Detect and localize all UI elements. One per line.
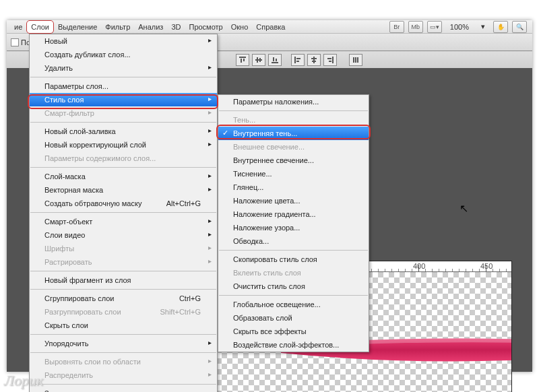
svg-rect-14 xyxy=(312,61,316,62)
layers-menu-item[interactable]: Параметры слоя... xyxy=(30,79,217,93)
svg-rect-16 xyxy=(327,58,331,59)
layer-style-submenu: Параметры наложения...Тень...Внутренняя … xyxy=(218,94,369,352)
layers-menu-item[interactable]: Смарт-объект xyxy=(30,215,217,228)
layers-menu-item[interactable]: Удалить xyxy=(30,61,217,75)
svg-rect-3 xyxy=(255,59,262,61)
menu-help[interactable]: Справка xyxy=(252,21,289,33)
svg-rect-19 xyxy=(355,57,356,63)
layer-style-item[interactable]: Тиснение... xyxy=(218,167,369,181)
svg-rect-6 xyxy=(272,62,278,63)
layers-menu-item[interactable]: Упорядочить xyxy=(30,337,217,350)
layers-menu-item[interactable]: Слои видео xyxy=(30,228,217,242)
layer-style-item[interactable]: Наложение цвета... xyxy=(218,194,369,207)
svg-rect-15 xyxy=(332,57,334,63)
align-hcenter-icon[interactable] xyxy=(307,54,321,66)
menu-analysis[interactable]: Анализ xyxy=(134,21,167,33)
layer-style-item: Вклеить стиль слоя xyxy=(218,266,369,280)
screen-mode-button[interactable]: ▭▾ xyxy=(427,21,442,33)
zoom-dropdown-icon[interactable]: ▾ xyxy=(477,20,489,33)
layer-style-item[interactable]: Скопировать стиль слоя xyxy=(218,253,369,266)
layers-menu-item[interactable]: Векторная маска xyxy=(30,183,217,197)
align-left-icon[interactable] xyxy=(291,54,305,66)
menu-layers[interactable]: Слои xyxy=(26,20,54,34)
align-vcenter-icon[interactable] xyxy=(252,54,265,66)
layer-style-item[interactable]: Наложение градиента... xyxy=(218,207,369,221)
layers-menu: НовыйСоздать дубликат слоя...УдалитьПара… xyxy=(29,34,218,392)
show-checkbox[interactable] xyxy=(11,38,19,46)
layer-style-item: Тень... xyxy=(218,113,369,127)
layers-menu-item: Шрифты xyxy=(30,242,217,255)
svg-rect-9 xyxy=(294,57,296,63)
layers-menu-item[interactable]: Новый корректирующий слой xyxy=(30,138,217,152)
hand-tool-button[interactable]: ✋ xyxy=(493,21,508,33)
menu-window[interactable]: Окно xyxy=(227,21,253,33)
layers-menu-item[interactable]: Закрепить все слои в группе... xyxy=(30,387,217,392)
layer-style-item[interactable]: Воздействие слой-эффектов... xyxy=(218,338,369,352)
layers-menu-item[interactable]: Слой-маска xyxy=(30,170,217,183)
align-top-icon[interactable] xyxy=(236,54,249,66)
layer-style-item[interactable]: Обводка... xyxy=(218,234,369,248)
svg-rect-1 xyxy=(241,59,242,63)
menu-selection[interactable]: Выделение xyxy=(54,21,101,33)
svg-rect-18 xyxy=(353,57,354,63)
layers-menu-item: Растрировать xyxy=(30,255,217,269)
align-bottom-icon[interactable] xyxy=(268,54,282,66)
align-right-icon[interactable] xyxy=(323,54,337,66)
bridge-button[interactable]: Br xyxy=(389,21,404,33)
svg-rect-13 xyxy=(311,58,317,59)
svg-rect-0 xyxy=(239,57,246,58)
layers-menu-item[interactable]: Создать дубликат слоя... xyxy=(30,48,217,61)
layer-style-item[interactable]: Внутренняя тень... xyxy=(218,127,369,140)
cursor-icon: ↖ xyxy=(459,202,468,215)
layer-style-item[interactable]: Параметры наложения... xyxy=(218,95,369,108)
svg-rect-7 xyxy=(273,57,274,61)
layers-menu-item: Распределить xyxy=(30,368,217,382)
layer-style-item[interactable]: Внутреннее свечение... xyxy=(218,154,369,167)
layers-menu-item: Параметры содержимого слоя... xyxy=(30,152,217,165)
svg-rect-8 xyxy=(276,59,277,61)
menu-view[interactable]: Просмотр xyxy=(185,21,226,33)
layers-menu-item[interactable]: Новый xyxy=(30,34,217,48)
layer-style-item: Внешнее свечение... xyxy=(218,140,369,154)
layers-menu-item[interactable]: Новый слой-заливка xyxy=(30,125,217,138)
menu-filter[interactable]: Фильтр xyxy=(101,21,134,33)
svg-rect-4 xyxy=(257,57,258,63)
layers-menu-item[interactable]: Сгруппировать слоиCtrl+G xyxy=(30,292,217,305)
svg-rect-17 xyxy=(329,61,331,62)
distribute-icon[interactable] xyxy=(349,54,362,66)
menu-cut: ие xyxy=(10,21,26,33)
svg-rect-20 xyxy=(357,57,358,63)
layer-style-item[interactable]: Скрыть все эффекты xyxy=(218,325,369,338)
mb-button[interactable]: Mb xyxy=(408,21,423,33)
layers-menu-item: Смарт-фильтр xyxy=(30,106,217,120)
svg-rect-11 xyxy=(296,61,299,62)
layer-style-item[interactable]: Образовать слой xyxy=(218,311,369,325)
layers-menu-item: Выровнять слои по области xyxy=(30,355,217,368)
layers-menu-item[interactable]: Новый фрагмент из слоя xyxy=(30,273,217,287)
zoom-level[interactable]: 100% xyxy=(446,21,473,33)
layer-style-item[interactable]: Очистить стиль слоя xyxy=(218,280,369,293)
menubar: ие Слои Выделение Фильтр Анализ 3D Просм… xyxy=(7,20,532,34)
watermark: Лорик xyxy=(4,372,43,389)
layers-menu-item[interactable]: Стиль слоя xyxy=(30,93,217,106)
layer-style-item[interactable]: Глянец... xyxy=(218,181,369,194)
svg-rect-5 xyxy=(259,58,261,62)
svg-rect-2 xyxy=(243,59,245,61)
layer-style-item[interactable]: Глобальное освещение... xyxy=(218,298,369,311)
layer-style-item[interactable]: Наложение узора... xyxy=(218,221,369,234)
layers-menu-item: Разгруппировать слоиShift+Ctrl+G xyxy=(30,305,217,319)
zoom-tool-button[interactable]: 🔍 xyxy=(512,21,527,33)
layers-menu-item[interactable]: Создать обтравочную маскуAlt+Ctrl+G xyxy=(30,197,217,210)
menu-3d[interactable]: 3D xyxy=(167,21,185,33)
layers-menu-item[interactable]: Скрыть слои xyxy=(30,319,217,332)
svg-rect-10 xyxy=(296,58,300,59)
svg-rect-12 xyxy=(313,57,315,63)
